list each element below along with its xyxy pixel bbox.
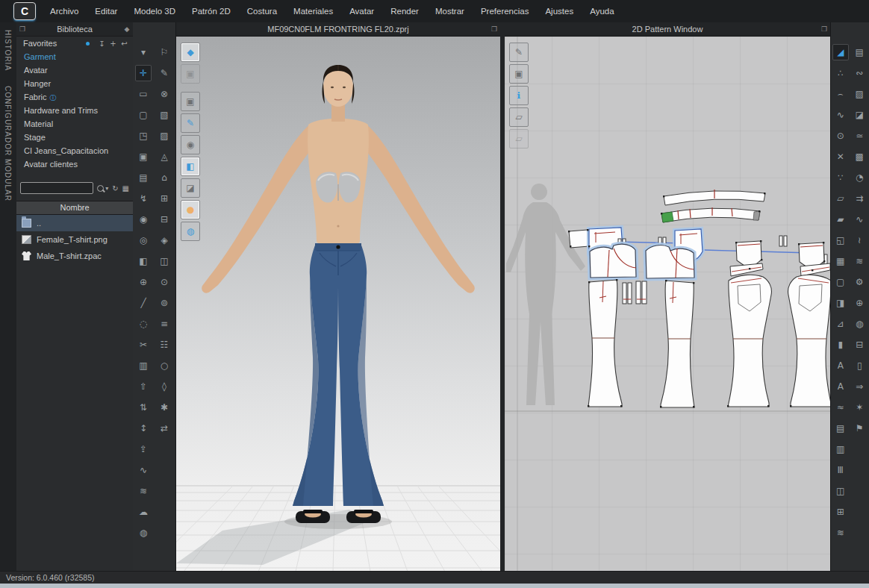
arrangement-tool[interactable]: ⌂ [156, 169, 172, 186]
edit-curvature-tool[interactable]: ⌢ [832, 86, 849, 102]
viewport-3d-canvas[interactable]: ◆▣▣✎◉◧◪●◍ [176, 37, 500, 572]
attach-tool[interactable]: ⊕ [135, 274, 152, 290]
tack-tool[interactable]: ◎ [135, 232, 152, 248]
buttonhole-tool[interactable]: ⊚ [156, 295, 172, 311]
avatar-pose-tool[interactable]: ⚐ [156, 44, 172, 60]
rectangle-tool[interactable]: ▱ [832, 190, 849, 207]
sidebar-item-ci-jeans-capacitacion[interactable]: CI Jeans_Capacitacion [16, 144, 133, 157]
fullness-tool[interactable]: ▯ [851, 357, 868, 374]
sidebar-item-hardware-and-trims[interactable]: Hardware and Trims [16, 104, 133, 117]
circle-tool[interactable]: ◌ [135, 316, 152, 332]
sidebar-item-stage[interactable]: Stage [16, 131, 133, 144]
show-stitches-2d-toggle[interactable]: ✎ [509, 43, 529, 62]
menu-patron-2d[interactable]: Patrón 2D [184, 0, 239, 22]
hanger-tool[interactable]: ↕ [135, 420, 152, 437]
pleats-fold-tool[interactable]: Ⅲ [832, 462, 849, 478]
menu-editar[interactable]: Editar [87, 0, 125, 22]
text-tool[interactable]: A [832, 357, 849, 374]
sidebar-item-avatar-clientes[interactable]: Avatar clientes [16, 157, 133, 171]
popout-icon[interactable]: ❐ [818, 25, 830, 33]
sewing-direction-tool[interactable]: ⇉ [851, 190, 868, 207]
lift-up-tool[interactable]: ⇧ [135, 378, 152, 395]
smocking-tool[interactable]: ≋ [851, 253, 868, 269]
seamtape-tool[interactable]: ⊟ [851, 337, 868, 353]
shirring-tool[interactable]: ≀ [851, 232, 868, 248]
transform-pattern-2d-tool[interactable]: ◢ [832, 44, 849, 60]
curve-measure-tool[interactable]: ≈ [832, 399, 849, 416]
pin-icon[interactable]: ◆ [121, 25, 133, 33]
clone-layer-under-tool[interactable]: ◫ [832, 483, 849, 499]
viewport-2d-canvas[interactable]: ✎▣ℹ▱▱ [505, 37, 830, 572]
free-sewing-tool[interactable]: ⊗ [156, 86, 172, 102]
grid-view-icon[interactable]: ▦ [122, 184, 129, 193]
show-garment-2d-toggle[interactable]: ▣ [509, 64, 529, 84]
menu-preferencias[interactable]: Preferencias [473, 0, 538, 22]
show-pattern-toggle[interactable]: ▱ [509, 107, 529, 127]
file-item-parent-folder[interactable]: .. [16, 215, 133, 231]
avatar-display-toggle[interactable]: ● [181, 200, 200, 219]
show-avatar-toggle[interactable]: ◉ [181, 135, 200, 154]
topstitch-tool[interactable]: ≡ [156, 316, 172, 332]
edit-pattern-tool[interactable]: ∴ [832, 65, 849, 81]
favorites-label[interactable]: Favorites [23, 39, 85, 48]
lift-down-tool[interactable]: ⇅ [135, 399, 152, 416]
mn-sewing-tool[interactable]: ▨ [156, 128, 172, 144]
button-2d-tool[interactable]: ⊕ [851, 295, 868, 311]
sidebar-item-avatar[interactable]: Avatar [16, 63, 133, 77]
internal-rect-tool[interactable]: ▦ [832, 253, 849, 269]
popout-icon[interactable]: ❐ [16, 25, 28, 33]
dart-tool[interactable]: ◊ [156, 378, 172, 395]
grid-internal-tool[interactable]: ▤ [832, 420, 849, 437]
edit-sewing-2d-tool[interactable]: ▩ [851, 148, 868, 165]
circle-2d-tool[interactable]: ▰ [832, 211, 849, 228]
file-item-female-tshirt[interactable]: Female_T-shirt.png [16, 231, 133, 248]
fold-tool[interactable]: ◧ [135, 253, 152, 269]
walking-tool[interactable]: ≋ [832, 525, 849, 541]
fold-arrangement-toggle[interactable]: ◪ [181, 178, 200, 198]
tab-historia[interactable]: HISTORIA [4, 22, 12, 78]
menu-render[interactable]: Render [382, 0, 427, 22]
wave-tool[interactable]: ≋ [135, 483, 152, 499]
show-garment-toggle[interactable]: ▣ [181, 92, 200, 111]
transform-pattern-tool[interactable]: ◳ [135, 128, 152, 144]
scissors-tool[interactable]: ✂ [135, 337, 152, 353]
show-base-pattern-toggle[interactable]: ▱ [509, 129, 529, 148]
zipper-2d-tool[interactable]: ⚙ [851, 274, 868, 290]
file-item-male-tshirt[interactable]: Male_T-shirt.zpac [16, 248, 133, 264]
sidebar-item-fabric[interactable]: Fabricⓘ [16, 90, 133, 104]
sewing-machine-tool[interactable]: ▤ [135, 169, 152, 186]
mn-segment-sewing-tool[interactable]: ≃ [851, 128, 868, 144]
internal-polygon-tool[interactable]: ◱ [832, 232, 849, 248]
wind-display-toggle[interactable]: ◍ [181, 222, 200, 241]
pleat-tool[interactable]: ☷ [156, 337, 172, 353]
elastic-tool[interactable]: ∿ [851, 211, 868, 228]
dart-2d-tool[interactable]: ◨ [832, 295, 849, 311]
pleats-tool[interactable]: ▥ [832, 441, 849, 457]
grain-tool[interactable]: ◈ [156, 232, 172, 248]
select-lasso-tool[interactable]: ▢ [135, 107, 152, 123]
back-icon[interactable]: ↩ [119, 40, 130, 48]
view-mesh-toggle[interactable]: ▣ [181, 64, 200, 84]
notch-tool[interactable]: ⊿ [832, 316, 849, 332]
steam-2d-tool[interactable]: ◔ [851, 169, 868, 186]
curve-tool[interactable]: ∿ [135, 462, 152, 478]
button-tool[interactable]: ⊙ [156, 274, 172, 290]
menu-ayuda[interactable]: Ayuda [582, 0, 622, 22]
pin-tool[interactable]: ◉ [135, 211, 152, 228]
select-box-tool[interactable]: ▭ [135, 86, 152, 102]
clone-layer-over-tool[interactable]: ⊞ [832, 504, 849, 520]
steam-tool[interactable]: ☁ [135, 504, 152, 520]
select-move-tool[interactable]: ✛ [135, 65, 152, 81]
layer-tool[interactable]: ◫ [156, 253, 172, 269]
sidebar-item-garment[interactable]: Garment [16, 50, 133, 63]
segment-sewing-tool[interactable]: ▧ [156, 107, 172, 123]
sidebar-item-material[interactable]: Material [16, 117, 133, 131]
grommet-tool[interactable]: ○ [156, 357, 172, 374]
mn-free-sewing-tool[interactable]: ◪ [851, 107, 868, 123]
seam-allowance-tool[interactable]: ▮ [832, 337, 849, 353]
refresh-icon[interactable]: ↻ [112, 184, 118, 193]
app-logo[interactable]: C [13, 2, 36, 20]
menu-modelo-3d[interactable]: Modelo 3D [125, 0, 184, 22]
show-stitches-toggle[interactable]: ✎ [181, 113, 200, 133]
arrangement-points-toggle[interactable]: ◧ [181, 157, 200, 176]
